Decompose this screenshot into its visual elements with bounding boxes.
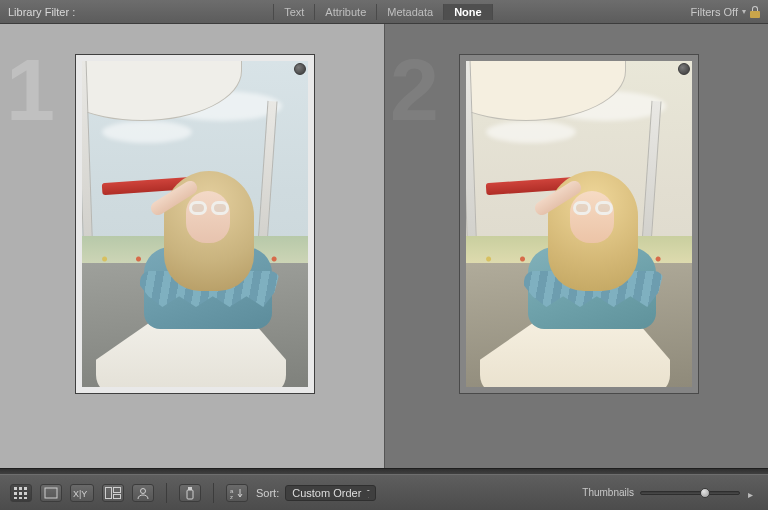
svg-rect-11 bbox=[106, 487, 112, 498]
photo-cell-1[interactable] bbox=[75, 54, 315, 394]
chevron-down-icon: ▾ bbox=[742, 7, 746, 16]
toolbar-expand-icon[interactable] bbox=[748, 488, 758, 498]
view-people-button[interactable] bbox=[132, 484, 154, 502]
survey-icon bbox=[105, 487, 121, 499]
painter-tool-button[interactable] bbox=[179, 484, 201, 502]
lightroom-library-panel: Library Filter : Text Attribute Metadata… bbox=[0, 0, 768, 510]
grid-icon bbox=[14, 487, 28, 499]
svg-rect-12 bbox=[114, 487, 121, 492]
view-loupe-button[interactable] bbox=[40, 484, 62, 502]
svg-text:X|Y: X|Y bbox=[73, 489, 87, 499]
filters-off-toggle[interactable]: Filters Off ▾ bbox=[691, 6, 760, 18]
svg-rect-7 bbox=[19, 497, 22, 499]
svg-point-14 bbox=[141, 488, 146, 493]
sort-label: Sort: bbox=[256, 487, 279, 499]
svg-rect-1 bbox=[19, 487, 22, 490]
filters-off-label: Filters Off bbox=[691, 6, 738, 18]
svg-rect-2 bbox=[24, 487, 27, 490]
svg-rect-3 bbox=[14, 492, 17, 495]
sort-control: Sort: Custom Order bbox=[256, 485, 376, 501]
thumbnails-label: Thumbnails bbox=[582, 487, 634, 498]
library-filter-label: Library Filter : bbox=[8, 6, 75, 18]
flag-marker-icon[interactable] bbox=[294, 63, 306, 75]
view-survey-button[interactable] bbox=[102, 484, 124, 502]
people-icon bbox=[136, 487, 150, 499]
grid-toolbar: X|Y az Sort: Custom Order Thumbnails bbox=[0, 474, 768, 510]
compare-pane-select[interactable]: 1 bbox=[0, 24, 384, 468]
compare-icon: X|Y bbox=[73, 487, 91, 499]
toolbar-separator bbox=[166, 483, 167, 503]
sort-az-icon: az bbox=[230, 487, 244, 499]
svg-rect-5 bbox=[24, 492, 27, 495]
svg-rect-6 bbox=[14, 497, 17, 499]
photo-preview-1 bbox=[82, 61, 308, 387]
flag-marker-icon[interactable] bbox=[678, 63, 690, 75]
compare-pane-candidate[interactable]: 2 bbox=[384, 24, 768, 468]
svg-rect-4 bbox=[19, 492, 22, 495]
lock-icon[interactable] bbox=[750, 6, 760, 18]
view-compare-button[interactable]: X|Y bbox=[70, 484, 94, 502]
svg-rect-15 bbox=[187, 490, 193, 499]
svg-text:z: z bbox=[230, 494, 233, 499]
svg-rect-16 bbox=[188, 487, 192, 490]
photo-cell-2[interactable] bbox=[459, 54, 699, 394]
library-filter-bar: Library Filter : Text Attribute Metadata… bbox=[0, 0, 768, 24]
filter-tab-none[interactable]: None bbox=[443, 4, 493, 20]
pane-number-2: 2 bbox=[390, 46, 439, 134]
svg-rect-0 bbox=[14, 487, 17, 490]
sort-direction-button[interactable]: az bbox=[226, 484, 248, 502]
filter-tabs: Text Attribute Metadata None bbox=[273, 4, 493, 20]
sort-order-dropdown[interactable]: Custom Order bbox=[285, 485, 376, 501]
pane-number-1: 1 bbox=[6, 46, 55, 134]
filter-tab-attribute[interactable]: Attribute bbox=[314, 4, 376, 20]
thumbnails-size-control: Thumbnails bbox=[582, 487, 740, 498]
loupe-icon bbox=[44, 487, 58, 499]
spray-can-icon bbox=[185, 486, 195, 500]
svg-rect-9 bbox=[45, 488, 57, 498]
filter-tab-metadata[interactable]: Metadata bbox=[376, 4, 443, 20]
compare-view: 1 2 bbox=[0, 24, 768, 468]
view-grid-button[interactable] bbox=[10, 484, 32, 502]
thumbnails-slider-knob[interactable] bbox=[700, 488, 710, 498]
photo-preview-2 bbox=[466, 61, 692, 387]
svg-rect-13 bbox=[114, 494, 121, 498]
filter-tab-text[interactable]: Text bbox=[273, 4, 314, 20]
thumbnails-slider[interactable] bbox=[640, 491, 740, 495]
toolbar-separator bbox=[213, 483, 214, 503]
svg-rect-8 bbox=[24, 497, 27, 499]
